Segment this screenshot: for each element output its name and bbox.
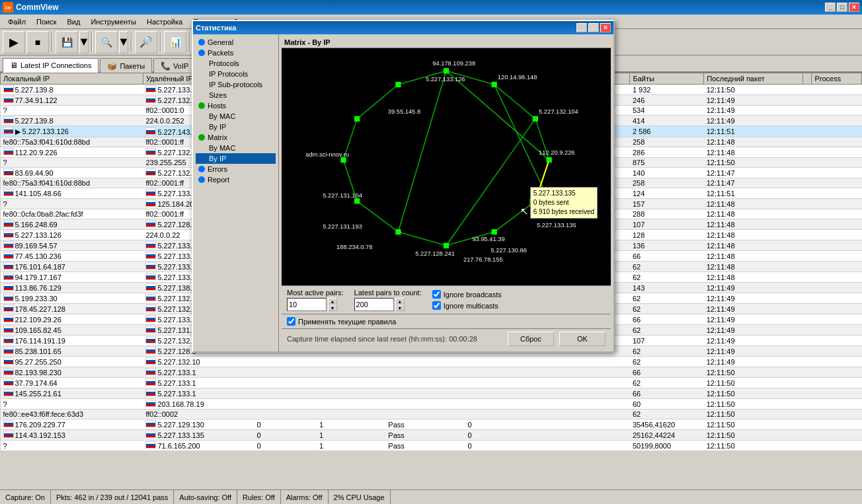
save-btn[interactable]: 💾 bbox=[56, 31, 78, 54]
cell-5 bbox=[465, 388, 513, 399]
flag-icon bbox=[145, 168, 156, 176]
nav-sizes[interactable]: Sizes bbox=[196, 90, 276, 100]
play-btn[interactable]: ▶ bbox=[3, 31, 25, 54]
nav-dot-general bbox=[198, 39, 205, 46]
cell-9: 12:11:49 bbox=[704, 106, 803, 116]
table-row[interactable]: ?203.168.78.196012:11:50 bbox=[1, 399, 862, 410]
ignore-broadcasts-checkbox[interactable] bbox=[432, 290, 441, 299]
tab-packets[interactable]: 📦 Пакеты bbox=[100, 58, 152, 73]
nav-by-mac-m[interactable]: By MAC bbox=[196, 143, 276, 153]
save-dropdown-btn[interactable]: ▼ bbox=[79, 31, 89, 54]
tab-voip[interactable]: 📞 VoIP bbox=[153, 58, 196, 73]
menu-search[interactable]: Поиск bbox=[31, 17, 61, 27]
cell-3 bbox=[317, 367, 385, 378]
svg-text:120.14.98.148: 120.14.98.148 bbox=[498, 74, 537, 81]
latest-pairs-up[interactable]: ▲ bbox=[395, 298, 405, 305]
nav-protocols[interactable]: Protocols bbox=[196, 58, 276, 69]
col-local-ip[interactable]: Локальный IP bbox=[1, 73, 143, 85]
table-row[interactable]: fe80::ee43:f6ff:fece:63d3ff02::00026212:… bbox=[1, 410, 862, 419]
window-controls[interactable]: _ □ ✕ bbox=[825, 3, 859, 12]
nav-dot-hosts bbox=[198, 102, 205, 109]
reset-button[interactable]: Сброс bbox=[508, 332, 554, 346]
menu-view[interactable]: Вид bbox=[62, 17, 86, 27]
flag-icon bbox=[3, 262, 14, 270]
nav-by-ip[interactable]: By IP bbox=[196, 122, 276, 132]
cell-8: 62 bbox=[630, 293, 704, 304]
cell-10 bbox=[803, 95, 812, 106]
dialog-minimize-btn[interactable]: _ bbox=[576, 23, 587, 32]
flag-icon bbox=[3, 127, 14, 134]
nav-by-ip-m[interactable]: By IP bbox=[196, 153, 276, 164]
most-active-pairs-group: Most active pairs: ▲ ▼ bbox=[287, 289, 344, 311]
table-row[interactable]: 95.27.255.2505.227.132.106212:11:49 bbox=[1, 357, 862, 367]
view-btn[interactable]: 🔍 bbox=[95, 31, 118, 54]
flag-icon bbox=[3, 252, 14, 259]
nav-ip-sub-protocols[interactable]: IP Sub-protocols bbox=[196, 79, 276, 90]
table-row[interactable]: 82.193.98.2305.227.133.16612:11:50 bbox=[1, 367, 862, 378]
svg-rect-18 bbox=[491, 82, 496, 87]
cell-3 bbox=[317, 388, 385, 399]
cell-11 bbox=[812, 168, 862, 178]
dialog-window-controls[interactable]: _ □ ✕ bbox=[576, 23, 611, 32]
menu-tools[interactable]: Инструменты bbox=[85, 17, 141, 27]
nav-hosts[interactable]: Hosts bbox=[196, 100, 276, 111]
nav-report[interactable]: Report bbox=[196, 174, 276, 185]
flag-icon bbox=[3, 85, 14, 92]
ok-button[interactable]: OK bbox=[559, 332, 606, 346]
apply-rules-checkbox[interactable] bbox=[287, 317, 295, 326]
most-active-pairs-input[interactable] bbox=[287, 298, 327, 311]
table-row[interactable]: ?71.6.165.20001Pass050199,800012:11:50 bbox=[1, 441, 862, 451]
nav-errors[interactable]: Errors bbox=[196, 164, 276, 174]
cell-5 bbox=[465, 378, 513, 388]
cell-1: 5.227.132.10 bbox=[143, 357, 254, 367]
cell-8: 157 bbox=[630, 199, 704, 209]
cell-9: 12:11:48 bbox=[704, 240, 803, 251]
most-active-pairs-down[interactable]: ▼ bbox=[328, 305, 337, 311]
nav-matrix[interactable]: Matrix bbox=[196, 132, 276, 143]
cell-6 bbox=[512, 419, 567, 430]
table-row[interactable]: 145.255.21.615.227.133.16612:11:50 bbox=[1, 388, 862, 399]
cell-9: 12:11:49 bbox=[704, 314, 803, 325]
col-bytes[interactable]: Байты bbox=[630, 73, 704, 85]
table-row[interactable]: 37.79.174.645.227.133.16212:11:50 bbox=[1, 378, 862, 388]
tab-latest-ip[interactable]: 🖥 Latest IP Connections bbox=[3, 58, 98, 73]
close-btn[interactable]: ✕ bbox=[849, 3, 859, 12]
cell-10 bbox=[803, 209, 812, 219]
view-dropdown-btn[interactable]: ▼ bbox=[119, 31, 128, 54]
dialog-maximize-btn[interactable]: □ bbox=[588, 23, 599, 32]
dialog-close-btn[interactable]: ✕ bbox=[600, 23, 611, 32]
cell-0: 114.43.192.153 bbox=[1, 430, 143, 441]
cell-10 bbox=[803, 336, 812, 346]
most-active-pairs-up[interactable]: ▲ bbox=[328, 298, 337, 305]
nav-ip-protocols[interactable]: IP Protocols bbox=[196, 69, 276, 79]
cell-0: 145.255.21.61 bbox=[1, 388, 143, 399]
minimize-btn[interactable]: _ bbox=[825, 3, 836, 12]
ignore-broadcasts-label[interactable]: Ignore broadcasts bbox=[432, 290, 502, 299]
cell-3 bbox=[317, 399, 385, 410]
latest-pairs-down[interactable]: ▼ bbox=[395, 305, 405, 311]
cell-9: 12:11:49 bbox=[704, 116, 803, 126]
table-row[interactable]: 176.209.229.775.227.129.13001Pass035456,… bbox=[1, 419, 862, 430]
latest-pairs-input[interactable] bbox=[354, 298, 394, 311]
search-btn[interactable]: 🔎 bbox=[135, 31, 157, 54]
nav-by-mac[interactable]: By MAC bbox=[196, 111, 276, 122]
apply-rules-row: Применять текущие правила bbox=[282, 314, 611, 328]
nav-protocols-label: Protocols bbox=[209, 59, 239, 67]
cell-1: 203.168.78.19 bbox=[143, 399, 254, 410]
nav-general[interactable]: General bbox=[196, 37, 276, 48]
col-arrow bbox=[803, 73, 812, 85]
menu-settings[interactable]: Настройка bbox=[141, 17, 188, 27]
col-last-packet[interactable]: Последний пакет bbox=[704, 73, 803, 85]
nav-packets[interactable]: Packets bbox=[196, 48, 276, 58]
ignore-multicasts-checkbox[interactable] bbox=[432, 301, 441, 310]
col-process[interactable]: Process bbox=[812, 73, 862, 85]
stop-btn[interactable]: ■ bbox=[26, 31, 49, 54]
statistics-btn[interactable]: 📊 bbox=[164, 31, 186, 54]
ignore-multicasts-label[interactable]: Ignore multicasts bbox=[432, 301, 502, 310]
cell-11 bbox=[812, 367, 862, 378]
menu-file[interactable]: Файл bbox=[3, 17, 31, 27]
apply-rules-label[interactable]: Применять текущие правила bbox=[287, 317, 606, 326]
maximize-btn[interactable]: □ bbox=[837, 3, 847, 12]
svg-line-4 bbox=[494, 201, 535, 232]
table-row[interactable]: 114.43.192.1535.227.133.13501Pass025162,… bbox=[1, 430, 862, 441]
